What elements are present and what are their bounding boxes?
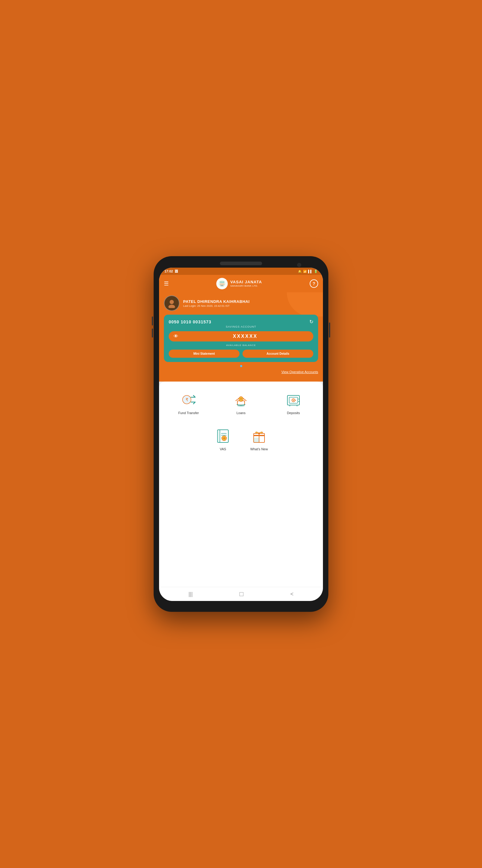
- loans-label: Loans: [236, 411, 246, 415]
- vas-label: VAS: [220, 447, 226, 451]
- svg-text:JANATA: JANATA: [220, 283, 225, 285]
- svg-rect-33: [254, 438, 259, 442]
- menu-grid-top: ₹ Fund Transfer: [164, 388, 318, 418]
- refresh-button[interactable]: ↻: [310, 319, 313, 324]
- balance-row: 👁 XXXXXX: [169, 331, 313, 341]
- user-last-login: Last Login: 25 Nov 2020, 15:42:01 IST: [183, 304, 250, 307]
- phone-speaker: [220, 261, 262, 265]
- status-bar-right: 🔔 📶 ▌▌ 🔋: [298, 270, 318, 273]
- user-name: PATEL DHIRENDRA KAIHRABHAI: [183, 299, 250, 304]
- status-bar: 17:02 🖼 🔔 📶 ▌▌ 🔋: [159, 268, 323, 275]
- back-button[interactable]: <: [290, 591, 294, 597]
- svg-text:₹: ₹: [186, 397, 188, 402]
- bottom-navigation: ||| □ <: [159, 587, 323, 601]
- eye-icon[interactable]: 👁: [173, 334, 178, 339]
- balance-value: XXXXXX: [182, 334, 309, 339]
- fund-transfer-icon-box: ₹: [180, 391, 198, 409]
- menu-item-loans[interactable]: ₹ Loans: [216, 388, 266, 418]
- carousel-dots: [164, 365, 318, 367]
- svg-point-5: [170, 300, 174, 304]
- hamburger-menu-button[interactable]: ☰: [164, 280, 169, 287]
- bank-logo-area: VASAI JANATA BANK VASAI JANATA SAHAKARI …: [216, 278, 262, 289]
- view-operative-link[interactable]: View Operative Accounts: [281, 370, 318, 374]
- user-info: PATEL DHIRENDRA KAIHRABHAI Last Login: 2…: [164, 296, 318, 311]
- loans-icon-box: ₹: [232, 391, 250, 409]
- card-buttons: Mini Statement Account Details: [169, 350, 313, 358]
- menu-grid-bottom: VAS: [164, 424, 318, 454]
- svg-point-32: [258, 433, 260, 434]
- view-operative-row: View Operative Accounts: [164, 369, 318, 374]
- svg-text:BANK: BANK: [221, 285, 224, 286]
- phone-camera: [297, 263, 301, 267]
- bank-name-main: VASAI JANATA: [230, 280, 262, 284]
- volume-up-button[interactable]: [152, 316, 153, 326]
- available-balance-label: AVAILABLE BALANCE: [169, 344, 313, 347]
- bank-logo: VASAI JANATA BANK: [216, 278, 228, 289]
- user-details: PATEL DHIRENDRA KAIHRABHAI Last Login: 2…: [183, 299, 250, 307]
- signal-icon: ▌▌: [308, 270, 312, 273]
- svg-point-6: [168, 305, 175, 308]
- bank-name: VASAI JANATA SAHAKARI BANK LTD.: [230, 280, 262, 287]
- status-bar-left: 17:02 🖼: [164, 270, 178, 273]
- deposits-icon-box: [284, 391, 302, 409]
- whats-new-label: What's New: [250, 447, 268, 451]
- power-button[interactable]: [329, 322, 330, 338]
- account-card: 0050 1010 0031573 ↻ SAVINGS ACCOUNT 👁 XX…: [164, 315, 318, 362]
- menu-section: ₹ Fund Transfer: [159, 381, 323, 587]
- whats-new-icon-box: [250, 427, 268, 445]
- alarm-icon: 🔔: [298, 270, 301, 273]
- account-number-row: 0050 1010 0031573 ↻: [169, 319, 313, 324]
- recent-apps-button[interactable]: |||: [189, 591, 193, 597]
- menu-item-vas[interactable]: VAS: [210, 424, 236, 454]
- home-button[interactable]: □: [239, 590, 244, 598]
- svg-text:₹: ₹: [240, 398, 242, 401]
- svg-text:VASAI: VASAI: [220, 281, 225, 283]
- account-details-button[interactable]: Account Details: [243, 350, 313, 358]
- mini-statement-button[interactable]: Mini Statement: [169, 350, 239, 358]
- svg-point-15: [293, 400, 294, 401]
- phone-screen: 17:02 🖼 🔔 📶 ▌▌ 🔋 ☰ VASAI JANATA: [159, 268, 323, 601]
- phone-shell: 17:02 🖼 🔔 📶 ▌▌ 🔋 ☰ VASAI JANATA: [154, 256, 328, 612]
- account-number: 0050 1010 0031573: [169, 319, 212, 324]
- account-type: SAVINGS ACCOUNT: [169, 325, 313, 328]
- wifi-icon: 📶: [303, 270, 307, 273]
- volume-down-button[interactable]: [152, 329, 153, 338]
- deposits-label: Deposits: [287, 411, 300, 415]
- vas-icon-box: [214, 427, 232, 445]
- orange-section: PATEL DHIRENDRA KAIHRABHAI Last Login: 2…: [159, 292, 323, 381]
- help-button[interactable]: ?: [310, 279, 318, 288]
- status-time: 17:02: [164, 270, 173, 273]
- menu-item-fund-transfer[interactable]: ₹ Fund Transfer: [164, 388, 213, 418]
- menu-item-whats-new[interactable]: What's New: [246, 424, 272, 454]
- status-photo-icon: 🖼: [175, 270, 178, 273]
- user-avatar: [164, 296, 180, 311]
- menu-item-deposits[interactable]: Deposits: [269, 388, 318, 418]
- svg-rect-22: [218, 430, 220, 442]
- app-header: ☰ VASAI JANATA BANK VASAI JANATA SAHAKAR…: [159, 275, 323, 292]
- battery-icon: 🔋: [314, 270, 318, 273]
- fund-transfer-label: Fund Transfer: [178, 411, 199, 415]
- dot-active: [240, 365, 242, 367]
- bank-name-sub: SAHAKARI BANK LTD.: [230, 284, 262, 287]
